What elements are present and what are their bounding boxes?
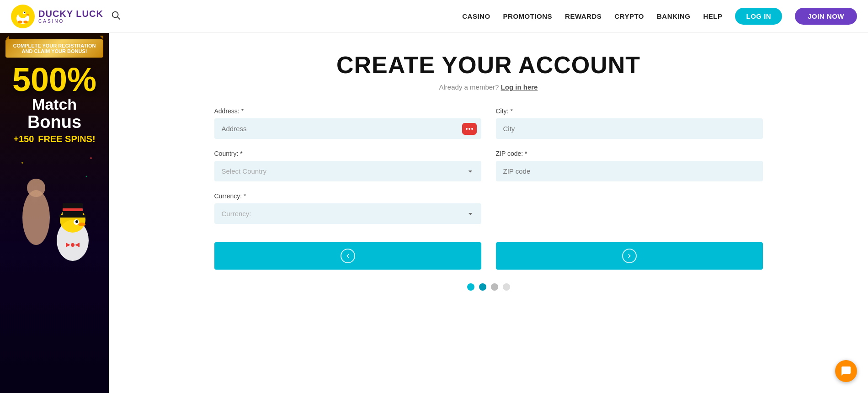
- svg-rect-14: [59, 215, 86, 218]
- sidebar-banner-content: Complete your registration and claim you…: [0, 33, 109, 393]
- banner-bonus: Bonus: [27, 113, 81, 132]
- svg-rect-15: [63, 208, 83, 211]
- address-input[interactable]: [214, 118, 481, 139]
- svg-point-21: [71, 243, 75, 247]
- svg-point-2: [18, 9, 27, 18]
- duck-logo-icon: [11, 5, 35, 28]
- currency-label: Currency: *: [214, 192, 481, 200]
- city-label: City: *: [496, 107, 763, 115]
- chevron-left-icon: [345, 253, 351, 259]
- character-illustration: [9, 149, 100, 286]
- svg-point-24: [86, 176, 87, 177]
- dot2: [469, 128, 470, 130]
- nav-item-rewards[interactable]: REWARDS: [565, 12, 602, 20]
- chat-icon: [841, 366, 852, 377]
- form-row-3: Currency: * Currency: USD EUR GBP AUD BT…: [214, 192, 763, 224]
- logo-name: Ducky Luck: [38, 9, 103, 19]
- svg-point-6: [23, 21, 28, 23]
- banner-free-spins-text: FREE SPINS!: [38, 134, 96, 144]
- step-dot-1: [467, 283, 474, 291]
- page-title: CREATE YOUR ACCOUNT: [336, 51, 640, 79]
- login-link[interactable]: Log in here: [501, 83, 538, 91]
- city-input[interactable]: [496, 118, 763, 139]
- login-button[interactable]: LOG IN: [735, 8, 782, 25]
- banner-match: Match: [32, 96, 77, 113]
- header-left: Ducky Luck CASINO: [11, 5, 121, 28]
- logo-text: Ducky Luck CASINO: [38, 9, 103, 24]
- dot1: [466, 128, 468, 130]
- nav-item-promotions[interactable]: PROMOTIONS: [503, 12, 553, 20]
- zip-label: ZIP code: *: [496, 150, 763, 157]
- form-navigation: [214, 242, 763, 270]
- main-nav: CASINO PROMOTIONS REWARDS CRYPTO BANKING…: [462, 8, 857, 25]
- main-header: Ducky Luck CASINO CASINO PROMOTIONS REWA…: [0, 0, 868, 33]
- address-action-button[interactable]: [462, 123, 477, 135]
- svg-point-5: [18, 21, 22, 23]
- next-button[interactable]: [496, 242, 763, 270]
- currency-group: Currency: * Currency: USD EUR GBP AUD BT…: [214, 192, 481, 224]
- logo[interactable]: Ducky Luck CASINO: [11, 5, 103, 28]
- form-row-1: Address: * City: *: [214, 107, 763, 139]
- svg-point-10: [27, 179, 45, 197]
- form-row-2: Country: * Select Country United States …: [214, 150, 763, 181]
- already-member-text: Already a member? Log in here: [439, 83, 538, 91]
- country-group: Country: * Select Country United States …: [214, 150, 481, 181]
- chat-button[interactable]: [835, 360, 857, 382]
- join-button[interactable]: JOIN NOW: [795, 8, 857, 25]
- address-input-wrapper: [214, 118, 481, 139]
- search-icon[interactable]: [111, 10, 121, 22]
- address-label: Address: *: [214, 107, 481, 115]
- prev-button[interactable]: [214, 242, 481, 270]
- logo-casino: CASINO: [38, 19, 103, 24]
- banner-free-spins: +150 FREE SPINS!: [13, 134, 96, 144]
- city-group: City: *: [496, 107, 763, 139]
- step-indicators: [467, 283, 510, 291]
- nav-item-help[interactable]: HELP: [703, 12, 722, 20]
- nav-item-casino[interactable]: CASINO: [462, 12, 490, 20]
- svg-line-8: [117, 17, 120, 19]
- prev-arrow-circle: [341, 249, 355, 263]
- svg-point-17: [75, 220, 78, 223]
- page-layout: Complete your registration and claim you…: [0, 33, 868, 393]
- sidebar-banner: Complete your registration and claim you…: [0, 33, 109, 393]
- registration-form: Address: * City: *: [214, 107, 763, 235]
- next-arrow-circle: [622, 249, 637, 263]
- svg-point-22: [21, 162, 23, 164]
- chevron-right-icon: [626, 253, 633, 259]
- nav-item-banking[interactable]: BANKING: [657, 12, 691, 20]
- zip-group: ZIP code: *: [496, 150, 763, 181]
- dot3: [471, 128, 473, 130]
- nav-item-crypto[interactable]: CRYPTO: [614, 12, 644, 20]
- step-dot-2: [479, 283, 486, 291]
- address-group: Address: *: [214, 107, 481, 139]
- step-dot-4: [503, 283, 510, 291]
- banner-percent: 500%: [12, 63, 96, 96]
- svg-point-23: [90, 157, 92, 159]
- currency-select[interactable]: Currency: USD EUR GBP AUD BTC: [214, 203, 481, 224]
- zip-input[interactable]: [496, 161, 763, 181]
- svg-point-9: [22, 190, 50, 245]
- country-label: Country: *: [214, 150, 481, 157]
- svg-point-4: [24, 11, 26, 13]
- svg-point-18: [78, 223, 85, 226]
- country-select[interactable]: Select Country United States Canada Unit…: [214, 161, 481, 181]
- banner-registration-text: Complete your registration and claim you…: [5, 39, 103, 58]
- main-content: CREATE YOUR ACCOUNT Already a member? Lo…: [109, 33, 868, 393]
- banner-free-spins-count: +150: [13, 134, 34, 144]
- step-dot-3: [491, 283, 498, 291]
- banner-characters: [5, 149, 103, 286]
